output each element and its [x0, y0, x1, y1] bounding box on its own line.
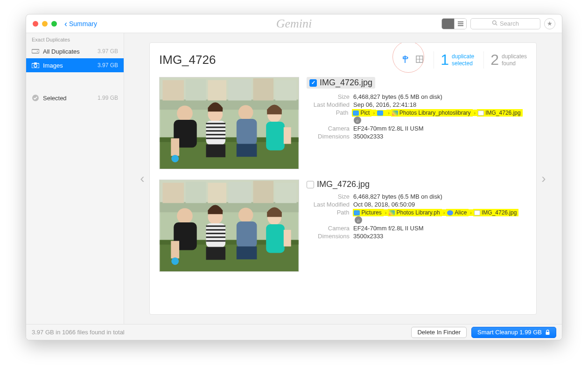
search-placeholder: Search	[500, 20, 519, 27]
sidebar-item-size: 3.97 GB	[98, 62, 118, 69]
svg-point-32	[37, 51, 38, 52]
magnifier-icon: ⌕	[357, 218, 360, 223]
app-brand: Gemini	[276, 17, 312, 31]
sidebar: Exact Duplicates All Duplicates 3.97 GB …	[26, 33, 124, 324]
delete-in-finder-button[interactable]: Delete In Finder	[411, 327, 467, 338]
found-count: 2 duplicatesfound	[483, 51, 527, 69]
grid-view-button[interactable]	[415, 55, 424, 65]
sidebar-item-label: Images	[43, 62, 63, 69]
star-icon: ★	[547, 20, 553, 27]
photos-library-icon	[392, 110, 398, 116]
duplicate-row: IMG_4726.jpg Size6,468,827 bytes (6.5 MB…	[159, 176, 527, 278]
back-button[interactable]: ‹ Summary	[64, 20, 97, 28]
filename-bar[interactable]: IMG_4726.jpg	[307, 180, 527, 189]
modified-value: Oct 08, 2018, 06:50:09	[353, 201, 415, 208]
photos-library-icon	[389, 210, 395, 215]
svg-line-30	[496, 24, 497, 25]
chevron-right-icon: ›	[541, 171, 546, 186]
sidebar-item-images[interactable]: Images 3.97 GB	[26, 58, 124, 72]
chevron-left-icon: ‹	[140, 171, 144, 186]
person-icon	[447, 210, 453, 215]
select-checkbox[interactable]	[307, 181, 314, 188]
sidebar-item-all-duplicates[interactable]: All Duplicates 3.97 GB	[26, 44, 124, 58]
svg-point-34	[34, 64, 37, 67]
size-value: 6,468,827 bytes (6.5 MB on disk)	[353, 193, 442, 200]
grid-view-icon[interactable]	[442, 19, 454, 29]
chevron-left-icon: ‹	[64, 20, 67, 28]
item-title: IMG_4726	[159, 53, 216, 67]
camera-value: EF24-70mm f/2.8L II USM	[353, 225, 424, 232]
titlebar: ‹ Summary Gemini Search ★	[26, 14, 562, 33]
status-summary: 3.97 GB in 1066 files found in total	[32, 329, 125, 336]
filename-bar[interactable]: ✓ IMG_4726.jpg	[307, 77, 375, 89]
sidebar-section-label: Exact Duplicates	[26, 33, 124, 44]
status-bar: 3.97 GB in 1066 files found in total Del…	[26, 324, 562, 340]
size-value: 6,468,827 bytes (6.5 MB on disk)	[353, 93, 442, 100]
window-controls	[33, 21, 57, 27]
select-checkbox[interactable]: ✓	[309, 79, 317, 87]
sidebar-item-selected[interactable]: Selected 1.99 GB	[26, 91, 124, 105]
folder-icon	[354, 210, 360, 215]
next-button[interactable]: ›	[537, 42, 551, 315]
lock-icon	[545, 330, 550, 335]
camera-icon	[32, 62, 39, 69]
close-window-button[interactable]	[33, 21, 38, 27]
thumbnail[interactable]	[159, 77, 299, 169]
folder-icon	[377, 110, 383, 116]
selected-count: 1 duplicateselected	[434, 51, 474, 69]
drive-icon	[32, 48, 39, 55]
reveal-in-finder-button[interactable]: ⌕	[354, 117, 361, 124]
sidebar-item-label: All Duplicates	[43, 48, 80, 55]
svg-rect-35	[34, 62, 37, 64]
smart-cleanup-button[interactable]: Smart Cleanup 1.99 GB	[471, 327, 556, 338]
reveal-in-finder-button[interactable]: ⌕	[355, 216, 362, 224]
camera-value: EF24-70mm f/2.8L II USM	[353, 125, 424, 132]
folder-icon	[353, 110, 359, 116]
search-icon	[492, 20, 497, 27]
dimensions-value: 3500x2333	[353, 233, 383, 240]
favorite-button[interactable]: ★	[544, 18, 555, 29]
thumbnail[interactable]	[159, 180, 299, 272]
minimize-window-button[interactable]	[42, 21, 48, 27]
sidebar-item-label: Selected	[43, 95, 67, 102]
detail-panel: IMG_4726	[149, 42, 537, 315]
svg-point-29	[492, 21, 496, 25]
checkmark-circle-icon	[32, 94, 39, 102]
main-area: ‹ IMG_4726	[124, 33, 562, 324]
file-icon	[474, 210, 480, 215]
filename: IMG_4726.jpg	[320, 78, 372, 88]
svg-rect-31	[32, 49, 39, 53]
path-breadcrumb[interactable]: Pict› › Photos Library_photoslibrary› IM…	[352, 109, 527, 124]
grid-icon	[416, 55, 423, 65]
signpost-icon	[401, 55, 410, 65]
compare-view-button[interactable]	[401, 55, 410, 65]
app-window: ‹ Summary Gemini Search ★ Exact Duplicat…	[26, 14, 562, 340]
back-label: Summary	[69, 20, 97, 28]
svg-rect-40	[546, 332, 549, 335]
sidebar-item-size: 1.99 GB	[98, 95, 118, 101]
zoom-window-button[interactable]	[51, 21, 57, 27]
modified-value: Sep 06, 2016, 22:41:18	[353, 101, 416, 108]
view-mode-toggle[interactable]	[441, 18, 467, 29]
path-breadcrumb[interactable]: Pictures› Photos Library.ph› Alice› IMG_…	[353, 209, 527, 224]
previous-button[interactable]: ‹	[135, 42, 149, 315]
list-view-icon[interactable]	[454, 19, 466, 29]
file-icon	[478, 110, 484, 116]
sidebar-item-size: 3.97 GB	[98, 48, 118, 55]
magnifier-icon: ⌕	[356, 118, 359, 123]
filename: IMG_4726.jpg	[317, 180, 370, 189]
dimensions-value: 3500x2333	[353, 133, 383, 140]
duplicate-row: ✓ IMG_4726.jpg Size6,468,827 bytes (6.5 …	[159, 73, 527, 176]
search-input[interactable]: Search	[470, 18, 540, 29]
